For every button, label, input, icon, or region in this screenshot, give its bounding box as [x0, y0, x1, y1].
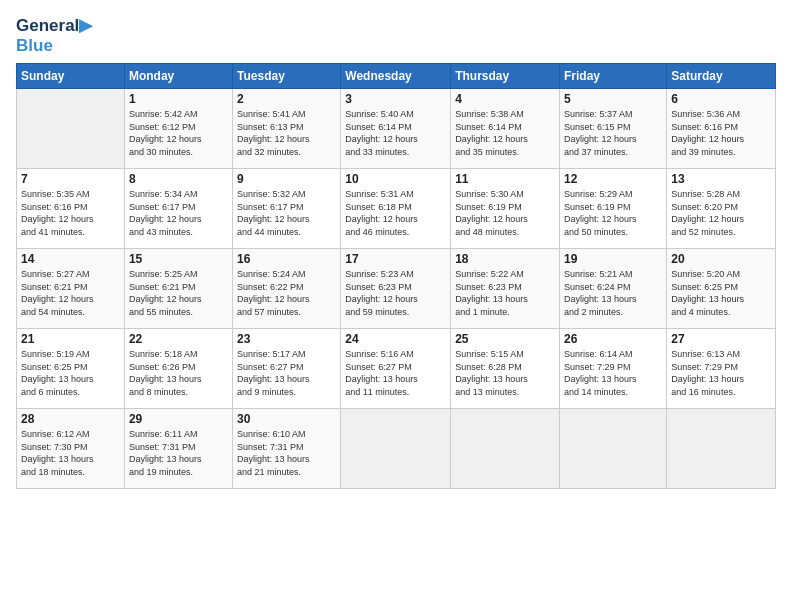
- day-cell: 28Sunrise: 6:12 AM Sunset: 7:30 PM Dayli…: [17, 409, 125, 489]
- day-info: Sunrise: 5:24 AM Sunset: 6:22 PM Dayligh…: [237, 268, 336, 318]
- day-info: Sunrise: 5:23 AM Sunset: 6:23 PM Dayligh…: [345, 268, 446, 318]
- day-cell: 25Sunrise: 5:15 AM Sunset: 6:28 PM Dayli…: [451, 329, 560, 409]
- column-header-row: SundayMondayTuesdayWednesdayThursdayFrid…: [17, 64, 776, 89]
- day-info: Sunrise: 5:41 AM Sunset: 6:13 PM Dayligh…: [237, 108, 336, 158]
- day-cell: 24Sunrise: 5:16 AM Sunset: 6:27 PM Dayli…: [341, 329, 451, 409]
- day-number: 27: [671, 332, 771, 346]
- day-number: 15: [129, 252, 228, 266]
- day-number: 1: [129, 92, 228, 106]
- day-number: 7: [21, 172, 120, 186]
- week-row-3: 14Sunrise: 5:27 AM Sunset: 6:21 PM Dayli…: [17, 249, 776, 329]
- day-info: Sunrise: 5:31 AM Sunset: 6:18 PM Dayligh…: [345, 188, 446, 238]
- week-row-2: 7Sunrise: 5:35 AM Sunset: 6:16 PM Daylig…: [17, 169, 776, 249]
- day-cell: 27Sunrise: 6:13 AM Sunset: 7:29 PM Dayli…: [667, 329, 776, 409]
- column-header-monday: Monday: [124, 64, 232, 89]
- day-number: 16: [237, 252, 336, 266]
- day-info: Sunrise: 6:14 AM Sunset: 7:29 PM Dayligh…: [564, 348, 662, 398]
- day-info: Sunrise: 5:40 AM Sunset: 6:14 PM Dayligh…: [345, 108, 446, 158]
- day-number: 14: [21, 252, 120, 266]
- day-cell: 7Sunrise: 5:35 AM Sunset: 6:16 PM Daylig…: [17, 169, 125, 249]
- column-header-thursday: Thursday: [451, 64, 560, 89]
- day-number: 10: [345, 172, 446, 186]
- day-cell: 17Sunrise: 5:23 AM Sunset: 6:23 PM Dayli…: [341, 249, 451, 329]
- day-cell: 1Sunrise: 5:42 AM Sunset: 6:12 PM Daylig…: [124, 89, 232, 169]
- day-number: 4: [455, 92, 555, 106]
- day-cell: 2Sunrise: 5:41 AM Sunset: 6:13 PM Daylig…: [233, 89, 341, 169]
- day-info: Sunrise: 5:17 AM Sunset: 6:27 PM Dayligh…: [237, 348, 336, 398]
- day-cell: 20Sunrise: 5:20 AM Sunset: 6:25 PM Dayli…: [667, 249, 776, 329]
- column-header-wednesday: Wednesday: [341, 64, 451, 89]
- day-info: Sunrise: 5:15 AM Sunset: 6:28 PM Dayligh…: [455, 348, 555, 398]
- day-cell: 4Sunrise: 5:38 AM Sunset: 6:14 PM Daylig…: [451, 89, 560, 169]
- day-number: 29: [129, 412, 228, 426]
- page-header: General▶ Blue: [16, 16, 776, 55]
- day-number: 3: [345, 92, 446, 106]
- day-info: Sunrise: 5:36 AM Sunset: 6:16 PM Dayligh…: [671, 108, 771, 158]
- day-number: 19: [564, 252, 662, 266]
- day-cell: 5Sunrise: 5:37 AM Sunset: 6:15 PM Daylig…: [560, 89, 667, 169]
- day-info: Sunrise: 5:20 AM Sunset: 6:25 PM Dayligh…: [671, 268, 771, 318]
- day-cell: 8Sunrise: 5:34 AM Sunset: 6:17 PM Daylig…: [124, 169, 232, 249]
- logo-line2: Blue: [16, 36, 92, 56]
- day-info: Sunrise: 5:27 AM Sunset: 6:21 PM Dayligh…: [21, 268, 120, 318]
- week-row-1: 1Sunrise: 5:42 AM Sunset: 6:12 PM Daylig…: [17, 89, 776, 169]
- logo: General▶ Blue: [16, 16, 92, 55]
- day-number: 9: [237, 172, 336, 186]
- day-info: Sunrise: 5:35 AM Sunset: 6:16 PM Dayligh…: [21, 188, 120, 238]
- day-info: Sunrise: 6:11 AM Sunset: 7:31 PM Dayligh…: [129, 428, 228, 478]
- day-info: Sunrise: 5:19 AM Sunset: 6:25 PM Dayligh…: [21, 348, 120, 398]
- day-cell: 11Sunrise: 5:30 AM Sunset: 6:19 PM Dayli…: [451, 169, 560, 249]
- day-number: 28: [21, 412, 120, 426]
- day-cell: 29Sunrise: 6:11 AM Sunset: 7:31 PM Dayli…: [124, 409, 232, 489]
- day-info: Sunrise: 5:28 AM Sunset: 6:20 PM Dayligh…: [671, 188, 771, 238]
- day-cell: [341, 409, 451, 489]
- day-cell: 13Sunrise: 5:28 AM Sunset: 6:20 PM Dayli…: [667, 169, 776, 249]
- day-cell: 14Sunrise: 5:27 AM Sunset: 6:21 PM Dayli…: [17, 249, 125, 329]
- logo-line1: General▶: [16, 16, 92, 36]
- day-info: Sunrise: 5:38 AM Sunset: 6:14 PM Dayligh…: [455, 108, 555, 158]
- day-number: 23: [237, 332, 336, 346]
- week-row-4: 21Sunrise: 5:19 AM Sunset: 6:25 PM Dayli…: [17, 329, 776, 409]
- day-cell: 10Sunrise: 5:31 AM Sunset: 6:18 PM Dayli…: [341, 169, 451, 249]
- day-cell: 21Sunrise: 5:19 AM Sunset: 6:25 PM Dayli…: [17, 329, 125, 409]
- day-number: 26: [564, 332, 662, 346]
- day-cell: 16Sunrise: 5:24 AM Sunset: 6:22 PM Dayli…: [233, 249, 341, 329]
- day-cell: 23Sunrise: 5:17 AM Sunset: 6:27 PM Dayli…: [233, 329, 341, 409]
- day-cell: [560, 409, 667, 489]
- day-cell: 15Sunrise: 5:25 AM Sunset: 6:21 PM Dayli…: [124, 249, 232, 329]
- day-info: Sunrise: 5:34 AM Sunset: 6:17 PM Dayligh…: [129, 188, 228, 238]
- day-number: 2: [237, 92, 336, 106]
- day-info: Sunrise: 6:10 AM Sunset: 7:31 PM Dayligh…: [237, 428, 336, 478]
- day-cell: 12Sunrise: 5:29 AM Sunset: 6:19 PM Dayli…: [560, 169, 667, 249]
- day-info: Sunrise: 5:21 AM Sunset: 6:24 PM Dayligh…: [564, 268, 662, 318]
- day-cell: 19Sunrise: 5:21 AM Sunset: 6:24 PM Dayli…: [560, 249, 667, 329]
- day-number: 18: [455, 252, 555, 266]
- week-row-5: 28Sunrise: 6:12 AM Sunset: 7:30 PM Dayli…: [17, 409, 776, 489]
- day-cell: [667, 409, 776, 489]
- calendar-table: SundayMondayTuesdayWednesdayThursdayFrid…: [16, 63, 776, 489]
- day-info: Sunrise: 5:32 AM Sunset: 6:17 PM Dayligh…: [237, 188, 336, 238]
- day-cell: [451, 409, 560, 489]
- day-number: 22: [129, 332, 228, 346]
- column-header-friday: Friday: [560, 64, 667, 89]
- day-cell: [17, 89, 125, 169]
- day-info: Sunrise: 5:18 AM Sunset: 6:26 PM Dayligh…: [129, 348, 228, 398]
- day-info: Sunrise: 6:13 AM Sunset: 7:29 PM Dayligh…: [671, 348, 771, 398]
- day-info: Sunrise: 5:42 AM Sunset: 6:12 PM Dayligh…: [129, 108, 228, 158]
- day-number: 20: [671, 252, 771, 266]
- day-info: Sunrise: 5:16 AM Sunset: 6:27 PM Dayligh…: [345, 348, 446, 398]
- day-info: Sunrise: 5:37 AM Sunset: 6:15 PM Dayligh…: [564, 108, 662, 158]
- day-number: 30: [237, 412, 336, 426]
- day-cell: 9Sunrise: 5:32 AM Sunset: 6:17 PM Daylig…: [233, 169, 341, 249]
- day-cell: 6Sunrise: 5:36 AM Sunset: 6:16 PM Daylig…: [667, 89, 776, 169]
- day-info: Sunrise: 5:22 AM Sunset: 6:23 PM Dayligh…: [455, 268, 555, 318]
- day-cell: 18Sunrise: 5:22 AM Sunset: 6:23 PM Dayli…: [451, 249, 560, 329]
- day-info: Sunrise: 5:25 AM Sunset: 6:21 PM Dayligh…: [129, 268, 228, 318]
- day-info: Sunrise: 5:29 AM Sunset: 6:19 PM Dayligh…: [564, 188, 662, 238]
- day-number: 17: [345, 252, 446, 266]
- day-number: 25: [455, 332, 555, 346]
- day-number: 21: [21, 332, 120, 346]
- day-number: 12: [564, 172, 662, 186]
- calendar-body: 1Sunrise: 5:42 AM Sunset: 6:12 PM Daylig…: [17, 89, 776, 489]
- day-cell: 26Sunrise: 6:14 AM Sunset: 7:29 PM Dayli…: [560, 329, 667, 409]
